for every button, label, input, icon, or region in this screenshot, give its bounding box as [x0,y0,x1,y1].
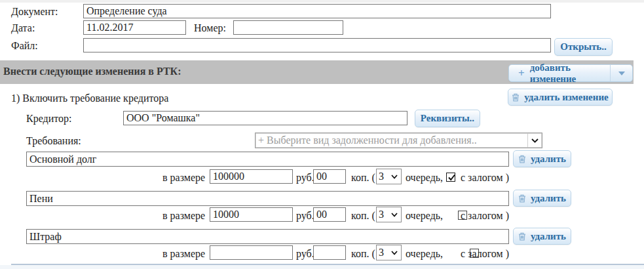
queue-select-value: 3 [377,209,388,220]
queue-select[interactable]: 3 [376,169,402,184]
queue-select-value: 3 [377,171,388,182]
creditor-label: Кредитор: [26,113,72,125]
amount-label: в размере [162,210,205,222]
claims-type-select-placeholder: + Выберите вид задолженности для добавле… [256,134,527,146]
requisites-button[interactable]: Реквизиты.. [415,110,480,127]
pledge-checkbox[interactable] [446,173,455,182]
rub-label: руб. [296,248,314,260]
queue-label: очередь, [406,172,443,184]
queue-label: очередь, [406,210,443,222]
file-label: Файл: [11,40,38,52]
add-change-button-label: добавить изменение [530,62,596,85]
number-label: Номер: [194,22,226,34]
amount-input[interactable] [210,169,293,184]
add-change-dropdown-button[interactable] [610,65,632,81]
trash-icon [512,93,520,102]
top-strip [0,0,644,3]
amount-label: в размере [162,172,205,184]
delete-claim-button-label: удалить [531,154,566,165]
delete-claim-button[interactable]: удалить [513,190,571,207]
claim-name-input[interactable] [26,229,509,244]
delete-change-button-label: удалить изменение [524,92,608,103]
open-file-button[interactable]: Открыть.. [554,38,613,56]
add-change-split-button: + добавить изменение [508,64,633,82]
delete-claim-button[interactable]: удалить [513,150,571,167]
queue-label: очередь, [406,248,443,260]
chevron-down-icon [388,245,401,260]
trash-icon [518,155,526,163]
plus-icon: + [518,68,525,79]
date-input[interactable] [83,20,186,35]
trash-icon [518,232,526,241]
pledge-label: с залогом ) [461,172,509,184]
chevron-down-icon [527,133,542,148]
pledge-label: с залогом ) [461,210,509,222]
pledge-label: с залогом ) [461,248,509,260]
requisites-button-label: Реквизиты.. [421,113,474,124]
delete-claim-button-label: удалить [531,231,566,242]
add-change-button[interactable]: + добавить изменение [509,65,605,81]
kop-label: коп. ( [351,172,375,184]
amount-label: в размере [162,248,205,260]
trash-icon [518,194,526,203]
claims-label: Требования: [26,135,81,147]
document-label: Документ: [11,6,58,18]
claims-type-select[interactable]: + Выберите вид задолженности для добавле… [255,133,542,148]
kopecks-input[interactable] [313,207,346,222]
document-input[interactable] [83,4,551,18]
chevron-down-icon [388,207,401,222]
bottom-strip [0,265,644,269]
claim-name-input[interactable] [26,191,509,206]
number-input[interactable] [233,20,343,35]
chevron-down-icon [388,169,401,184]
delete-claim-button[interactable]: удалить [513,228,571,245]
kop-label: коп. ( [351,210,375,222]
delete-change-button[interactable]: удалить изменение [508,89,613,106]
change-title: 1) Включить требование кредитора [11,93,168,104]
open-file-button-label: Открыть.. [560,41,607,52]
amount-input[interactable] [210,207,293,222]
queue-select[interactable]: 3 [376,245,402,260]
caret-down-icon [618,72,625,75]
kop-label: коп. ( [351,248,375,260]
checkmark-icon [447,173,457,182]
queue-select[interactable]: 3 [376,207,402,222]
rub-label: руб. [296,172,314,184]
queue-select-value: 3 [377,247,388,259]
rub-label: руб. [296,210,314,222]
date-label: Дата: [11,22,35,34]
kopecks-input[interactable] [313,169,346,184]
amount-input[interactable] [210,245,293,260]
claim-name-input[interactable] [26,152,509,167]
document-change-form: Документ: Дата: Номер: Файл: Открыть.. В… [0,0,644,269]
delete-claim-button-label: удалить [531,193,566,204]
section-title: Внести следующие изменения в РТК: [3,66,181,77]
file-input[interactable] [83,38,551,52]
kopecks-input[interactable] [313,245,346,260]
creditor-input[interactable] [123,111,407,125]
